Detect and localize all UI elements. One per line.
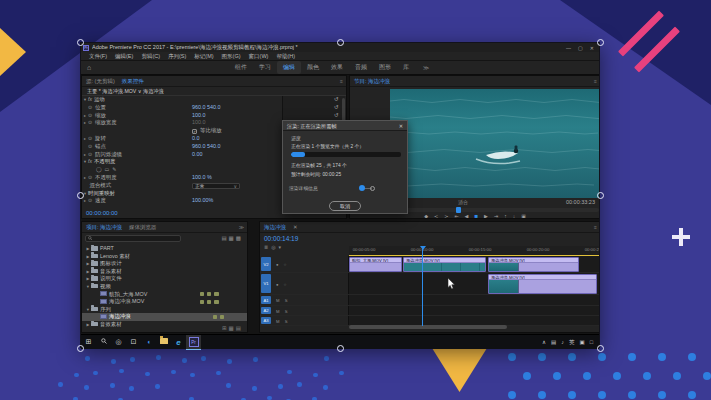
minimize-button[interactable]: — <box>566 45 571 51</box>
workspace-tab-组件[interactable]: 组件 <box>229 61 253 74</box>
action-center-icon[interactable]: □ <box>590 339 593 345</box>
bin-item-Lenovo 素材[interactable]: ▶Lenovo 素材 <box>82 253 248 261</box>
clip-item-航拍_大海.MOV[interactable]: 航拍_大海.MOV <box>82 291 248 299</box>
blend-mode-dropdown[interactable]: 正常∨ <box>192 183 240 189</box>
param-value[interactable]: 100.0 <box>192 119 206 127</box>
menu-文件[interactable]: 文件(F) <box>85 53 111 60</box>
start-button[interactable]: ⊞ <box>81 338 96 346</box>
list-view-icon[interactable]: ▤ <box>221 235 228 241</box>
reset-icon[interactable]: ↺ <box>334 112 339 120</box>
param-value[interactable]: 960.0 540.0 <box>192 104 220 112</box>
tray-expand-icon[interactable]: ∧ <box>542 339 546 345</box>
cortana-icon[interactable]: ◎ <box>111 338 126 347</box>
step-back-icon[interactable]: ◀ <box>465 213 469 219</box>
tab-效果控件[interactable]: 效果控件 <box>122 78 144 85</box>
mark-in-icon[interactable]: ≺ <box>434 213 438 219</box>
workspace-tab-颜色[interactable]: 颜色 <box>301 61 325 74</box>
settings-icon[interactable]: ▾ <box>279 244 285 250</box>
play-stop-icon[interactable]: ■ <box>474 213 478 219</box>
workspace-tab-音频[interactable]: 音频 <box>349 61 373 74</box>
stopwatch-icon[interactable]: ⊙ <box>88 119 95 127</box>
workspace-tab-效果[interactable]: 效果 <box>325 61 349 74</box>
menu-序列[interactable]: 序列(S) <box>164 53 190 60</box>
timeline-timecode[interactable]: 00:00:14:19 <box>264 235 298 242</box>
selection-handle[interactable] <box>597 192 604 199</box>
selection-handle[interactable] <box>337 345 344 352</box>
param-value[interactable]: 0.00 <box>192 151 203 159</box>
sort-icon[interactable]: ▩ <box>236 235 243 241</box>
ellipse-mask-icon[interactable]: ◯ <box>96 166 105 172</box>
track-target-V1[interactable]: V1 <box>261 274 271 293</box>
new-bin-icon[interactable]: ⊞ <box>222 325 229 331</box>
menu-图形[interactable]: 图形(G) <box>218 53 245 60</box>
clip-item-海边冲浪[interactable]: 海边冲浪 <box>82 313 248 321</box>
clip-item-海边冲浪.MOV[interactable]: 海边冲浪.MOV <box>82 298 248 306</box>
timeline-clip[interactable]: 海边冲浪.MOV [V] <box>403 257 486 273</box>
bin-item-音乐素材[interactable]: ▶音乐素材 <box>82 268 248 276</box>
close-sequence-icon[interactable]: ✕ <box>293 224 298 230</box>
workspace-tab-编辑[interactable]: 编辑 <box>277 61 301 74</box>
tab-program-monitor[interactable]: 节目: 海边冲浪 <box>354 78 390 85</box>
track-header-A2[interactable]: A2M S <box>260 306 349 315</box>
new-item-icon[interactable]: ▦ <box>229 325 236 331</box>
menu-标记[interactable]: 标记(M) <box>190 53 217 60</box>
stopwatch-icon[interactable]: ⊙ <box>88 135 95 143</box>
workspace-tab-库[interactable]: 库 <box>397 61 415 74</box>
track-target-A2[interactable]: A2 <box>261 307 271 314</box>
ime-indicator[interactable]: 英 <box>569 339 575 346</box>
battery-icon[interactable]: ▤ <box>551 339 556 345</box>
zoom-fit-dropdown[interactable]: 适合 <box>458 199 468 205</box>
panel-menu-icon[interactable]: ≡ <box>340 78 343 84</box>
volume-icon[interactable]: ♪ <box>561 339 564 345</box>
lift-icon[interactable]: ↑ <box>504 213 507 219</box>
dialog-close-icon[interactable]: ✕ <box>399 121 403 130</box>
maximize-button[interactable]: ▢ <box>578 45 583 51</box>
go-to-out-icon[interactable]: ⇥ <box>494 213 498 219</box>
edge-icon[interactable]: e <box>171 338 186 347</box>
pen-mask-icon[interactable]: ✎ <box>112 166 119 172</box>
icon-view-icon[interactable]: ▦ <box>229 235 236 241</box>
panel-overflow-icon[interactable]: ≫ <box>239 224 244 230</box>
cancel-button[interactable]: 取消 <box>329 201 361 211</box>
selection-handle[interactable] <box>77 192 84 199</box>
menu-窗口[interactable]: 窗口(W) <box>245 53 273 60</box>
track-header-V2[interactable]: V2● ○ <box>260 256 349 272</box>
render-details-expander[interactable]: 渲染详细信息 <box>289 185 318 191</box>
tab-媒体浏览[interactable]: 媒体浏览器 <box>129 224 157 231</box>
timeline-scrollbar[interactable] <box>349 325 507 329</box>
home-icon[interactable]: ⌂ <box>87 64 91 71</box>
menu-编辑[interactable]: 编辑(E) <box>111 53 137 60</box>
track-header-V1[interactable]: V1● ○ <box>260 273 349 294</box>
panel-menu-icon[interactable]: ≡ <box>594 224 597 230</box>
task-view-icon[interactable]: ⊡ <box>126 338 141 347</box>
bin-item-说明文件[interactable]: ▶说明文件 <box>82 275 248 283</box>
stopwatch-icon[interactable]: ⊙ <box>88 174 95 182</box>
timeline-clip[interactable]: 航拍_大海.MOV [V] <box>349 257 402 273</box>
menu-剪辑[interactable]: 剪辑(C) <box>137 53 164 60</box>
marker-icon[interactable]: ◎ <box>271 244 278 250</box>
file-explorer-icon[interactable] <box>156 338 171 347</box>
timeline-clip[interactable]: 海边冲浪.MOV [V] <box>488 274 597 295</box>
track-toggles[interactable]: M S <box>276 298 289 303</box>
tab-sequence[interactable]: 海边冲浪 <box>264 224 286 231</box>
stopwatch-icon[interactable]: ⊙ <box>88 104 95 112</box>
param-value[interactable]: 100.0 <box>192 112 206 120</box>
chime-toggle[interactable] <box>359 185 375 191</box>
timeline-playhead[interactable] <box>422 246 423 326</box>
selection-handle[interactable] <box>337 39 344 46</box>
mark-out-icon[interactable]: ≻ <box>444 213 448 219</box>
effect-row-缩放[interactable]: ▸⊙缩放100.0↺ <box>82 112 347 120</box>
selection-handle[interactable] <box>597 345 604 352</box>
track-target-A1[interactable]: A1 <box>261 296 271 304</box>
workspace-tab-图形[interactable]: 图形 <box>373 61 397 74</box>
project-search-input[interactable] <box>85 235 181 242</box>
effect-row-运动[interactable]: ▼fx运动↺ <box>82 96 347 104</box>
stopwatch-icon[interactable]: ⊙ <box>88 197 95 205</box>
search-icon[interactable] <box>96 338 111 347</box>
track-target-V2[interactable]: V2 <box>261 257 271 271</box>
export-frame-icon[interactable]: ▣ <box>521 213 526 219</box>
track-header-A1[interactable]: A1M S <box>260 295 349 305</box>
close-button[interactable]: ✕ <box>590 45 594 51</box>
bin-item-视频[interactable]: ▼视频 <box>82 283 248 291</box>
track-toggles[interactable]: ● ○ <box>276 262 288 267</box>
